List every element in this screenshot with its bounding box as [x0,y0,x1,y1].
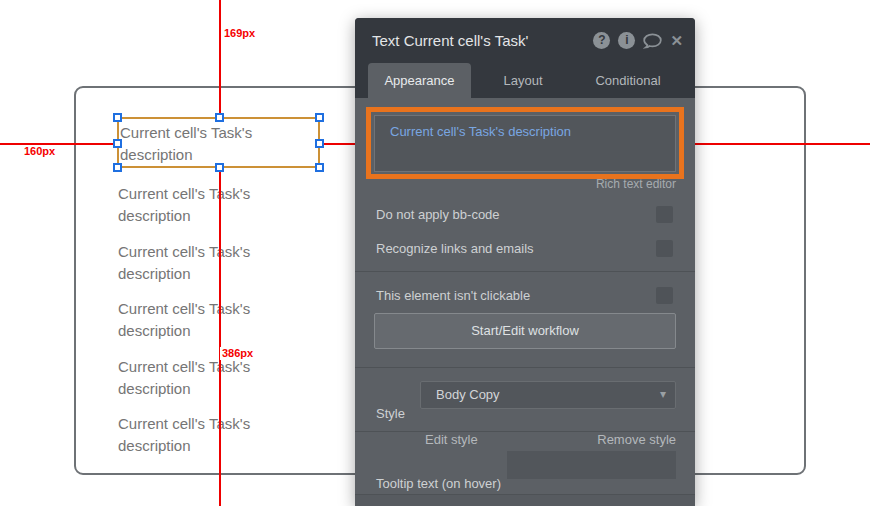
edit-style-link[interactable]: Edit style [425,432,478,447]
info-icon[interactable]: i [618,32,635,49]
text-content-value: Current cell's Task's description [390,124,665,139]
style-dropdown-value: Body Copy [436,387,500,402]
rich-text-editor-link[interactable]: Rich text editor [596,177,676,191]
style-dropdown[interactable]: Body Copy ▾ [420,381,676,409]
not-clickable-label: This element isn't clickable [376,288,530,303]
help-icon[interactable]: ? [593,32,610,49]
resize-handle-e[interactable] [315,139,324,148]
canvas-text-item[interactable]: Current cell's Task's description [118,298,318,342]
measurement-label-top: 169px [222,27,257,40]
tab-appearance[interactable]: Appearance [368,63,471,98]
resize-handle-sw[interactable] [113,163,122,172]
section-divider [355,431,695,432]
canvas-text-item[interactable]: Current cell's Task's description [118,241,318,285]
chevron-down-icon: ▾ [660,387,666,401]
panel-footer [355,495,695,506]
tab-layout[interactable]: Layout [471,63,575,98]
canvas-text-item[interactable]: Current cell's Task's description [118,183,318,227]
remove-style-link[interactable]: Remove style [597,432,676,447]
start-edit-workflow-button[interactable]: Start/Edit workflow [374,313,676,349]
editor-canvas: Current cell's Task's description Curren… [0,0,870,506]
vertical-guide-line [219,0,221,506]
close-icon[interactable]: ✕ [670,32,683,49]
selected-element-text: Current cell's Task's description [120,122,316,166]
panel-tabs: Appearance Layout Conditional [355,63,695,98]
tooltip-label: Tooltip text (on hover) [376,476,501,491]
property-editor-panel: Text Current cell's Task' ? i ✕ Appearan… [355,18,695,506]
canvas-text-item[interactable]: Current cell's Task's description [118,356,318,400]
measurement-label-left: 160px [22,145,57,158]
resize-handle-ne[interactable] [315,113,324,122]
panel-header[interactable]: Text Current cell's Task' ? i ✕ [355,18,695,63]
tab-conditional[interactable]: Conditional [575,63,681,98]
style-label: Style [376,406,405,421]
tooltip-text-input[interactable] [507,451,676,479]
text-content-field[interactable]: Current cell's Task's description [374,115,676,172]
bbcode-checkbox[interactable] [656,206,673,223]
resize-handle-w[interactable] [113,139,122,148]
not-clickable-checkbox[interactable] [656,287,673,304]
bbcode-option-label: Do not apply bb-code [376,207,500,222]
resize-handle-se[interactable] [315,163,324,172]
resize-handle-n[interactable] [215,113,224,122]
section-divider [355,271,695,272]
section-divider [355,367,695,368]
measurement-label-middle: 386px [220,347,255,360]
comment-icon[interactable] [643,33,662,49]
resize-handle-s[interactable] [215,163,224,172]
recognize-links-label: Recognize links and emails [376,241,534,256]
canvas-text-item[interactable]: Current cell's Task's description [118,413,318,457]
selected-text-element[interactable]: Current cell's Task's description [117,117,320,168]
resize-handle-nw[interactable] [113,113,122,122]
recognize-links-checkbox[interactable] [656,240,673,257]
panel-header-icons: ? i ✕ [593,32,683,49]
panel-title: Text Current cell's Task' [372,32,593,49]
